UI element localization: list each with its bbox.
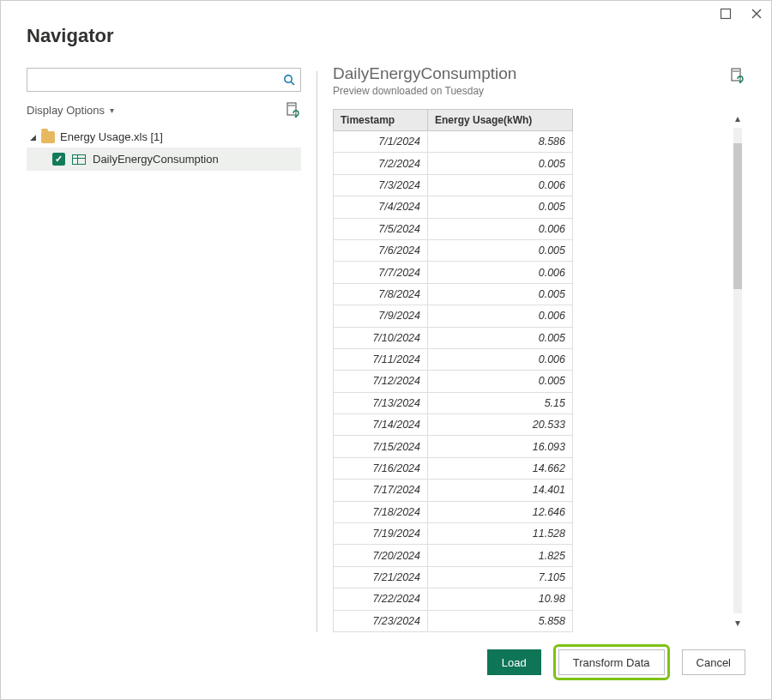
- cell-timestamp: 7/7/2024: [334, 262, 428, 283]
- cancel-button[interactable]: Cancel: [682, 649, 745, 675]
- table-row[interactable]: 7/10/20240.005: [334, 327, 573, 348]
- cell-timestamp: 7/9/2024: [334, 305, 428, 327]
- cell-timestamp: 7/3/2024: [334, 174, 428, 196]
- cell-timestamp: 7/5/2024: [334, 218, 428, 239]
- cell-energy: 11.528: [428, 523, 573, 545]
- table-row[interactable]: 7/22/202410.98: [334, 588, 573, 610]
- table-row[interactable]: 7/14/202420.533: [334, 414, 573, 436]
- svg-rect-0: [721, 9, 731, 19]
- table-row[interactable]: 7/16/202414.662: [334, 457, 573, 479]
- svg-rect-5: [287, 103, 296, 115]
- tree-file-label: Energy Usage.xls [1]: [60, 130, 163, 143]
- cell-timestamp: 7/20/2024: [334, 545, 428, 566]
- cell-timestamp: 7/8/2024: [334, 283, 428, 305]
- refresh-preview-icon[interactable]: [730, 68, 745, 83]
- svg-rect-6: [732, 69, 740, 81]
- preview-subtitle: Preview downloaded on Tuesday: [333, 85, 516, 97]
- navigator-tree: ◢ Energy Usage.xls [1] ✓ DailyEnergyCons…: [27, 126, 301, 171]
- table-row[interactable]: 7/20/20241.825: [334, 545, 573, 566]
- table-row[interactable]: 7/3/20240.006: [334, 174, 573, 196]
- cell-timestamp: 7/21/2024: [334, 566, 428, 588]
- table-row[interactable]: 7/18/202412.646: [334, 501, 573, 522]
- cell-timestamp: 7/13/2024: [334, 392, 428, 413]
- table-row[interactable]: 7/2/20240.005: [334, 153, 573, 174]
- search-box[interactable]: [27, 68, 301, 92]
- tree-file-node[interactable]: ◢ Energy Usage.xls [1]: [27, 126, 301, 148]
- tree-table-node[interactable]: ✓ DailyEnergyConsumption: [27, 148, 301, 171]
- cell-timestamp: 7/1/2024: [334, 131, 428, 153]
- preview-table: Timestamp Energy Usage(kWh) 7/1/20248.58…: [333, 109, 573, 632]
- cell-timestamp: 7/6/2024: [334, 239, 428, 261]
- refresh-left-icon[interactable]: [286, 102, 301, 118]
- cell-timestamp: 7/19/2024: [334, 523, 428, 545]
- cell-energy: 1.825: [428, 545, 573, 566]
- table-row[interactable]: 7/19/202411.528: [334, 523, 573, 545]
- cell-energy: 0.005: [428, 283, 573, 305]
- table-row[interactable]: 7/7/20240.006: [334, 262, 573, 283]
- column-header-energy[interactable]: Energy Usage(kWh): [428, 110, 573, 131]
- maximize-icon[interactable]: [718, 6, 733, 21]
- cell-energy: 0.006: [428, 305, 573, 327]
- table-row[interactable]: 7/15/202416.093: [334, 436, 573, 457]
- cell-energy: 20.533: [428, 414, 573, 436]
- cell-energy: 7.105: [428, 566, 573, 588]
- column-header-timestamp[interactable]: Timestamp: [334, 110, 428, 131]
- svg-line-4: [291, 81, 294, 85]
- cell-timestamp: 7/2/2024: [334, 153, 428, 174]
- cell-energy: 0.006: [428, 174, 573, 196]
- vertical-divider: [317, 71, 317, 632]
- table-row[interactable]: 7/11/20240.006: [334, 348, 573, 370]
- table-row[interactable]: 7/6/20240.005: [334, 239, 573, 261]
- cell-timestamp: 7/23/2024: [334, 610, 428, 631]
- cell-timestamp: 7/18/2024: [334, 501, 428, 522]
- folder-icon: [41, 131, 55, 143]
- window-controls: [718, 6, 764, 21]
- cell-energy: 0.005: [428, 327, 573, 348]
- cell-energy: 0.005: [428, 153, 573, 174]
- left-pane: Display Options ▾ ◢ Energy Usage.xls [1]…: [27, 56, 301, 632]
- display-options-label: Display Options: [27, 104, 105, 117]
- table-row[interactable]: 7/17/202414.401: [334, 480, 573, 501]
- transform-data-button[interactable]: Transform Data: [558, 649, 665, 675]
- cell-energy: 5.858: [428, 610, 573, 631]
- cell-timestamp: 7/14/2024: [334, 414, 428, 436]
- cell-timestamp: 7/17/2024: [334, 480, 428, 501]
- dialog-footer: Load Transform Data Cancel: [1, 632, 771, 699]
- tree-table-label: DailyEnergyConsumption: [93, 153, 219, 166]
- cell-timestamp: 7/22/2024: [334, 588, 428, 610]
- table-row[interactable]: 7/8/20240.005: [334, 283, 573, 305]
- scroll-down-icon[interactable]: ▾: [735, 617, 740, 629]
- display-options-dropdown[interactable]: Display Options ▾: [27, 104, 114, 117]
- table-row[interactable]: 7/13/20245.15: [334, 392, 573, 413]
- cell-energy: 0.006: [428, 218, 573, 239]
- scroll-thumb[interactable]: [733, 143, 742, 289]
- vertical-scrollbar[interactable]: ▴ ▾: [730, 109, 745, 632]
- cell-timestamp: 7/10/2024: [334, 327, 428, 348]
- table-row[interactable]: 7/12/20240.005: [334, 371, 573, 392]
- navigator-dialog: Navigator Display Options ▾: [0, 0, 772, 700]
- scroll-up-icon[interactable]: ▴: [735, 112, 740, 124]
- dialog-title: Navigator: [1, 1, 771, 56]
- cell-energy: 14.401: [428, 480, 573, 501]
- table-row[interactable]: 7/9/20240.006: [334, 305, 573, 327]
- transform-highlight: Transform Data: [553, 644, 670, 680]
- search-input[interactable]: [27, 69, 274, 91]
- expand-icon[interactable]: ◢: [30, 133, 36, 142]
- cell-energy: 10.98: [428, 588, 573, 610]
- svg-point-3: [285, 75, 292, 82]
- table-row[interactable]: 7/21/20247.105: [334, 566, 573, 588]
- table-row[interactable]: 7/1/20248.586: [334, 131, 573, 153]
- close-icon[interactable]: [749, 6, 764, 21]
- table-row[interactable]: 7/23/20245.858: [334, 610, 573, 631]
- cell-energy: 16.093: [428, 436, 573, 457]
- cell-energy: 0.006: [428, 348, 573, 370]
- table-row[interactable]: 7/4/20240.005: [334, 196, 573, 218]
- cell-timestamp: 7/12/2024: [334, 371, 428, 392]
- table-row[interactable]: 7/5/20240.006: [334, 218, 573, 239]
- preview-title: DailyEnergyConsumption: [333, 64, 516, 83]
- scroll-track[interactable]: [733, 128, 742, 613]
- search-icon[interactable]: [283, 74, 295, 86]
- checkbox-checked-icon[interactable]: ✓: [52, 153, 65, 166]
- cell-energy: 0.006: [428, 262, 573, 283]
- load-button[interactable]: Load: [487, 649, 541, 675]
